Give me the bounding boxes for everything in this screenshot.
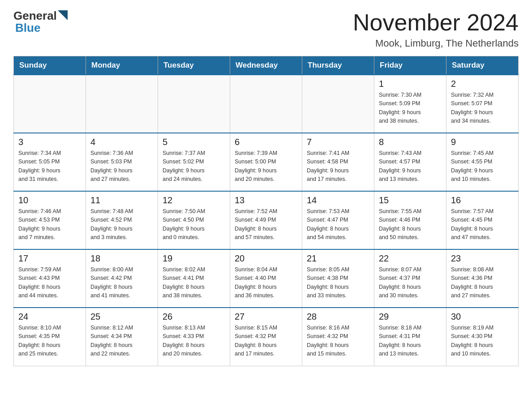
table-row: 27Sunrise: 8:15 AM Sunset: 4:32 PM Dayli…	[230, 308, 302, 366]
day-info: Sunrise: 8:02 AM Sunset: 4:41 PM Dayligh…	[163, 265, 225, 300]
day-info: Sunrise: 7:39 AM Sunset: 5:00 PM Dayligh…	[235, 149, 297, 184]
table-row: 17Sunrise: 7:59 AM Sunset: 4:43 PM Dayli…	[14, 249, 86, 308]
day-number: 22	[379, 253, 442, 264]
day-number: 16	[451, 195, 514, 206]
table-row: 5Sunrise: 7:37 AM Sunset: 5:02 PM Daylig…	[158, 133, 230, 191]
day-number: 30	[451, 312, 514, 322]
day-info: Sunrise: 7:52 AM Sunset: 4:49 PM Dayligh…	[235, 207, 297, 242]
table-row: 12Sunrise: 7:50 AM Sunset: 4:50 PM Dayli…	[158, 191, 230, 249]
day-info: Sunrise: 7:57 AM Sunset: 4:45 PM Dayligh…	[451, 207, 514, 242]
table-row: 14Sunrise: 7:53 AM Sunset: 4:47 PM Dayli…	[302, 191, 374, 249]
table-row: 8Sunrise: 7:43 AM Sunset: 4:57 PM Daylig…	[374, 133, 446, 191]
calendar-week-row: 3Sunrise: 7:34 AM Sunset: 5:05 PM Daylig…	[14, 133, 519, 191]
table-row: 16Sunrise: 7:57 AM Sunset: 4:45 PM Dayli…	[446, 191, 519, 249]
table-row: 13Sunrise: 7:52 AM Sunset: 4:49 PM Dayli…	[230, 191, 302, 249]
day-number: 19	[163, 253, 225, 264]
day-number: 17	[18, 253, 81, 264]
table-row	[14, 75, 86, 133]
calendar-week-row: 17Sunrise: 7:59 AM Sunset: 4:43 PM Dayli…	[14, 249, 519, 308]
calendar-location: Mook, Limburg, The Netherlands	[353, 38, 519, 49]
logo: General Blue	[13, 9, 68, 35]
day-info: Sunrise: 7:55 AM Sunset: 4:46 PM Dayligh…	[379, 207, 442, 242]
day-info: Sunrise: 7:43 AM Sunset: 4:57 PM Dayligh…	[379, 149, 442, 184]
day-info: Sunrise: 7:53 AM Sunset: 4:47 PM Dayligh…	[307, 207, 369, 242]
day-info: Sunrise: 8:04 AM Sunset: 4:40 PM Dayligh…	[235, 265, 297, 300]
table-row: 2Sunrise: 7:32 AM Sunset: 5:07 PM Daylig…	[446, 75, 519, 133]
day-info: Sunrise: 7:59 AM Sunset: 4:43 PM Dayligh…	[18, 265, 81, 300]
logo-triangle-icon	[58, 10, 68, 20]
day-number: 12	[163, 195, 225, 206]
calendar-week-row: 10Sunrise: 7:46 AM Sunset: 4:53 PM Dayli…	[14, 191, 519, 249]
title-area: November 2024 Mook, Limburg, The Netherl…	[353, 9, 519, 49]
table-row: 3Sunrise: 7:34 AM Sunset: 5:05 PM Daylig…	[14, 133, 86, 191]
table-row: 25Sunrise: 8:12 AM Sunset: 4:34 PM Dayli…	[86, 308, 158, 366]
calendar-week-row: 1Sunrise: 7:30 AM Sunset: 5:09 PM Daylig…	[14, 75, 519, 133]
day-number: 18	[90, 253, 153, 264]
day-info: Sunrise: 7:32 AM Sunset: 5:07 PM Dayligh…	[451, 91, 514, 126]
day-number: 14	[307, 195, 369, 206]
day-info: Sunrise: 7:37 AM Sunset: 5:02 PM Dayligh…	[163, 149, 225, 184]
day-number: 23	[451, 253, 514, 264]
day-number: 26	[163, 312, 225, 322]
calendar-header-row: Sunday Monday Tuesday Wednesday Thursday…	[14, 56, 519, 75]
day-number: 10	[18, 195, 81, 206]
day-info: Sunrise: 8:00 AM Sunset: 4:42 PM Dayligh…	[90, 265, 153, 300]
day-number: 6	[235, 137, 297, 147]
table-row: 11Sunrise: 7:48 AM Sunset: 4:52 PM Dayli…	[86, 191, 158, 249]
col-thursday: Thursday	[302, 56, 374, 75]
day-info: Sunrise: 7:34 AM Sunset: 5:05 PM Dayligh…	[18, 149, 81, 184]
day-number: 11	[90, 195, 153, 206]
logo-blue-text: Blue	[15, 21, 40, 34]
col-saturday: Saturday	[446, 56, 519, 75]
day-number: 8	[379, 137, 442, 147]
col-sunday: Sunday	[14, 56, 86, 75]
calendar-title: November 2024	[353, 9, 519, 36]
day-info: Sunrise: 7:36 AM Sunset: 5:03 PM Dayligh…	[90, 149, 153, 184]
day-info: Sunrise: 8:12 AM Sunset: 4:34 PM Dayligh…	[90, 324, 153, 359]
table-row: 29Sunrise: 8:18 AM Sunset: 4:31 PM Dayli…	[374, 308, 446, 366]
day-number: 28	[307, 312, 369, 322]
day-number: 7	[307, 137, 369, 147]
day-info: Sunrise: 8:18 AM Sunset: 4:31 PM Dayligh…	[379, 324, 442, 359]
table-row: 26Sunrise: 8:13 AM Sunset: 4:33 PM Dayli…	[158, 308, 230, 366]
table-row: 23Sunrise: 8:08 AM Sunset: 4:36 PM Dayli…	[446, 249, 519, 308]
table-row: 7Sunrise: 7:41 AM Sunset: 4:58 PM Daylig…	[302, 133, 374, 191]
day-number: 29	[379, 312, 442, 322]
day-number: 15	[379, 195, 442, 206]
table-row: 19Sunrise: 8:02 AM Sunset: 4:41 PM Dayli…	[158, 249, 230, 308]
day-number: 4	[90, 137, 153, 147]
table-row: 9Sunrise: 7:45 AM Sunset: 4:55 PM Daylig…	[446, 133, 519, 191]
table-row: 15Sunrise: 7:55 AM Sunset: 4:46 PM Dayli…	[374, 191, 446, 249]
calendar-table: Sunday Monday Tuesday Wednesday Thursday…	[13, 56, 519, 366]
table-row: 4Sunrise: 7:36 AM Sunset: 5:03 PM Daylig…	[86, 133, 158, 191]
calendar-week-row: 24Sunrise: 8:10 AM Sunset: 4:35 PM Dayli…	[14, 308, 519, 366]
day-info: Sunrise: 8:05 AM Sunset: 4:38 PM Dayligh…	[307, 265, 369, 300]
day-number: 21	[307, 253, 369, 264]
day-number: 24	[18, 312, 81, 322]
table-row: 1Sunrise: 7:30 AM Sunset: 5:09 PM Daylig…	[374, 75, 446, 133]
day-info: Sunrise: 7:50 AM Sunset: 4:50 PM Dayligh…	[163, 207, 225, 242]
day-info: Sunrise: 8:15 AM Sunset: 4:32 PM Dayligh…	[235, 324, 297, 359]
table-row	[302, 75, 374, 133]
table-row: 22Sunrise: 8:07 AM Sunset: 4:37 PM Dayli…	[374, 249, 446, 308]
day-number: 5	[163, 137, 225, 147]
day-info: Sunrise: 7:46 AM Sunset: 4:53 PM Dayligh…	[18, 207, 81, 242]
table-row: 21Sunrise: 8:05 AM Sunset: 4:38 PM Dayli…	[302, 249, 374, 308]
day-info: Sunrise: 7:41 AM Sunset: 4:58 PM Dayligh…	[307, 149, 369, 184]
day-number: 25	[90, 312, 153, 322]
day-number: 2	[451, 79, 514, 89]
day-number: 9	[451, 137, 514, 147]
day-number: 1	[379, 79, 442, 89]
table-row	[86, 75, 158, 133]
table-row: 6Sunrise: 7:39 AM Sunset: 5:00 PM Daylig…	[230, 133, 302, 191]
day-info: Sunrise: 8:13 AM Sunset: 4:33 PM Dayligh…	[163, 324, 225, 359]
page-header: General Blue November 2024 Mook, Limburg…	[13, 9, 519, 49]
col-monday: Monday	[86, 56, 158, 75]
day-info: Sunrise: 8:16 AM Sunset: 4:32 PM Dayligh…	[307, 324, 369, 359]
table-row: 18Sunrise: 8:00 AM Sunset: 4:42 PM Dayli…	[86, 249, 158, 308]
table-row: 30Sunrise: 8:19 AM Sunset: 4:30 PM Dayli…	[446, 308, 519, 366]
day-info: Sunrise: 8:10 AM Sunset: 4:35 PM Dayligh…	[18, 324, 81, 359]
day-number: 20	[235, 253, 297, 264]
day-number: 27	[235, 312, 297, 322]
table-row	[158, 75, 230, 133]
